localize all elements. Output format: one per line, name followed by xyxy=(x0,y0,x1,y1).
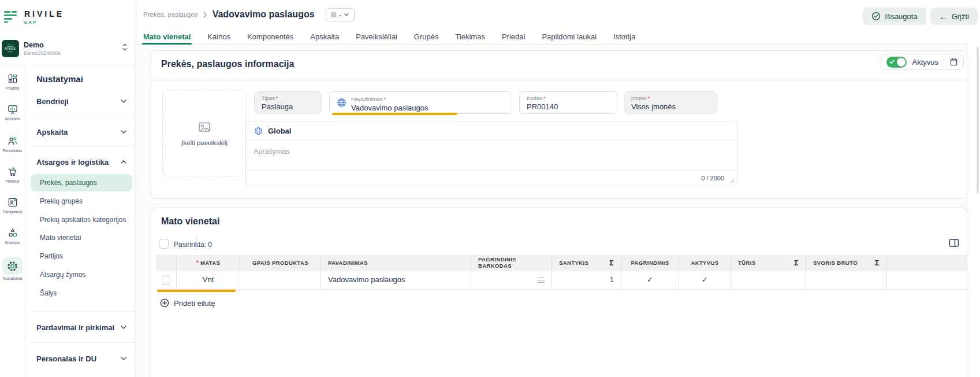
vertical-scrollbar[interactable] xyxy=(977,46,979,194)
tab-priedai[interactable]: Priedai xyxy=(502,29,525,45)
cell-pagrindinis[interactable]: ✓ xyxy=(621,271,679,289)
description-scope-label: Global xyxy=(268,127,291,135)
kodas-field[interactable]: Kodas* PR00140 xyxy=(519,91,617,114)
tab-grupes[interactable]: Grupės xyxy=(414,29,439,45)
column-header-svoris-bruto[interactable]: SVORIS BRUTOΣ xyxy=(806,255,887,271)
menu-group-label: Personalas ir DU xyxy=(36,354,96,363)
column-header-santykis[interactable]: SANTYKISΣ xyxy=(552,255,621,271)
sidebar-item-prekes-paslaugos[interactable]: Prekės, paslaugos xyxy=(31,174,132,191)
imone-value: Visos įmonės xyxy=(631,102,710,111)
controls-separator xyxy=(196,234,197,252)
resize-handle-icon[interactable] xyxy=(729,178,735,183)
settings-menu: Nustatymai Bendrieji Apskaita Atsargos i… xyxy=(25,0,135,377)
sidebar-item-atsargu-zymos[interactable]: Atsargų žymos xyxy=(40,271,85,279)
column-header-barkodas[interactable]: PAGRINDINIS BARKODAS xyxy=(471,255,552,271)
people-icon xyxy=(7,135,18,147)
rail-item-pirkimai[interactable]: Pirkimai xyxy=(0,166,25,183)
add-row-label: Pridėti eilutę xyxy=(174,299,215,308)
sidebar-item-mato-vienetai[interactable]: Mato vienetai xyxy=(40,234,81,242)
column-header-gpais[interactable]: GPAIS PRODUKTAS xyxy=(240,255,321,271)
description-box: Global Aprašymas 0 / 2000 xyxy=(245,121,737,186)
imone-field[interactable]: Įmonė* Visos įmonės xyxy=(624,91,717,114)
back-button-label: Grįžti xyxy=(952,12,969,21)
cell-turis[interactable] xyxy=(731,271,806,289)
menu-divider xyxy=(30,311,135,312)
calendar-icon[interactable] xyxy=(949,57,958,66)
rail-item-pradzia[interactable]: Pradžia xyxy=(0,73,25,90)
field-label: Pavadinimas xyxy=(351,96,382,102)
menu-group-atsargos-logistika[interactable]: Atsargos ir logistika xyxy=(36,155,126,169)
upload-label: Įkelti paveikslėlį xyxy=(181,139,228,146)
cell-aktyvus[interactable]: ✓ xyxy=(679,271,731,289)
required-mark: * xyxy=(196,260,199,267)
required-mark: * xyxy=(276,95,278,101)
pavadinimas-field[interactable]: Pavadinimas* Vadovavimo paslaugos xyxy=(329,91,512,114)
column-header-aktyvus[interactable]: AKTYVUS xyxy=(679,255,731,271)
card-title: Prekės, paslaugos informacija xyxy=(161,59,294,69)
image-upload-dropzone[interactable]: Įkelti paveikslėlį xyxy=(162,90,247,176)
drag-handle-icon[interactable] xyxy=(538,278,545,283)
cell-matas[interactable]: Vnt xyxy=(177,271,240,289)
rail-label: Pirkimai xyxy=(5,179,19,183)
tipas-field[interactable]: Tipas* Paslauga xyxy=(254,91,322,114)
menu-group-apskaita[interactable]: Apskaita xyxy=(36,125,126,139)
row-checkbox[interactable] xyxy=(162,276,170,284)
column-header-pagrindinis[interactable]: PAGRINDINIS xyxy=(621,255,679,271)
sum-icon[interactable]: Σ xyxy=(794,259,799,267)
tab-paveiksleliai[interactable]: Paveikslėliai xyxy=(356,29,397,45)
check-circle-icon xyxy=(871,12,881,21)
tab-apskaita[interactable]: Apskaita xyxy=(310,29,339,45)
active-toggle[interactable] xyxy=(886,57,907,68)
rail-item-pardavimai[interactable]: Pardavimai xyxy=(0,197,25,214)
units-card: Mato vienetai Pasirinkta: 0 *MATAS GPAIS… xyxy=(151,208,967,377)
column-settings-icon[interactable] xyxy=(948,237,960,249)
breadcrumb-link[interactable]: Prekės, paslaugos xyxy=(143,11,198,18)
saved-button[interactable]: Išsaugota xyxy=(863,8,926,25)
content-pane: Prekės, paslaugos informacija Aktyvus Įk… xyxy=(135,45,967,377)
menu-group-personalas-du[interactable]: Personalas ir DU xyxy=(36,352,126,365)
kodas-value: PR00140 xyxy=(527,102,610,111)
tab-mato-vienetai[interactable]: Mato vienetai xyxy=(143,29,191,45)
sidebar-item-partijos[interactable]: Partijos xyxy=(40,252,63,260)
sum-icon[interactable]: Σ xyxy=(609,259,614,267)
cell-pavadinimas[interactable]: Vadovavimo paslaugos xyxy=(321,271,471,289)
cell-gpais[interactable] xyxy=(240,271,321,289)
sidebar-item-prekiu-grupes[interactable]: Prekių grupės xyxy=(40,197,83,205)
shapes-icon xyxy=(7,227,18,239)
column-header-pavadinimas[interactable]: PAVADINIMAS xyxy=(321,255,471,271)
page-title: Vadovavimo paslaugos xyxy=(213,9,315,20)
menu-group-pardavimai-pirkimai[interactable]: Pardavimai ir pirkimai xyxy=(36,320,126,334)
tab-kainos[interactable]: Kainos xyxy=(207,29,230,45)
tab-istorija[interactable]: Istorija xyxy=(613,29,635,45)
rail-item-nustatymai[interactable]: Nustatymai xyxy=(0,257,25,280)
sidebar-item-prekiu-apskaitos-kategorijos[interactable]: Prekių apskaitos kategorijos xyxy=(40,216,126,224)
tab-tiekimas[interactable]: Tiekimas xyxy=(455,29,485,45)
description-placeholder: Aprašymas xyxy=(254,147,290,156)
view-selector-dropdown[interactable]: - xyxy=(326,8,355,21)
workspace-logo: RIVILE ERP xyxy=(2,40,19,57)
column-header-turis[interactable]: TŪRISΣ xyxy=(731,255,806,271)
rail-label: Pradžia xyxy=(6,86,19,90)
sidebar-item-salys[interactable]: Šalys xyxy=(40,289,57,297)
description-textarea[interactable]: Aprašymas xyxy=(246,141,737,170)
menu-group-bendrieji[interactable]: Bendrieji xyxy=(36,94,126,108)
tab-papildomi-laukai[interactable]: Papildomi laukai xyxy=(542,29,597,45)
rail-item-atsargos[interactable]: Atsargos xyxy=(0,227,25,245)
rail-item-apskaita[interactable]: Apskaita xyxy=(0,104,25,121)
tab-komponentes[interactable]: Komponentės xyxy=(247,29,293,45)
description-scope-header: Global xyxy=(246,121,737,141)
table-row[interactable]: Vnt Vadovavimo paslaugos 1 ✓ ✓ xyxy=(156,271,967,290)
cell-santykis[interactable]: 1 xyxy=(552,271,621,289)
sum-icon[interactable]: Σ xyxy=(875,259,880,267)
back-button[interactable]: ← Grįžti xyxy=(930,8,978,25)
globe-icon xyxy=(254,127,263,135)
cell-svoris-bruto[interactable] xyxy=(806,271,887,289)
select-all-checkbox[interactable] xyxy=(159,239,169,249)
gear-icon xyxy=(2,257,23,275)
column-header-matas[interactable]: *MATAS xyxy=(177,255,240,271)
rail-item-personalas[interactable]: Personalas xyxy=(0,135,25,153)
add-row-button[interactable]: Pridėti eilutę xyxy=(160,298,215,308)
cell-barkodas[interactable] xyxy=(471,271,552,289)
chevron-down-icon xyxy=(121,99,126,103)
grid-square-icon xyxy=(331,12,336,17)
